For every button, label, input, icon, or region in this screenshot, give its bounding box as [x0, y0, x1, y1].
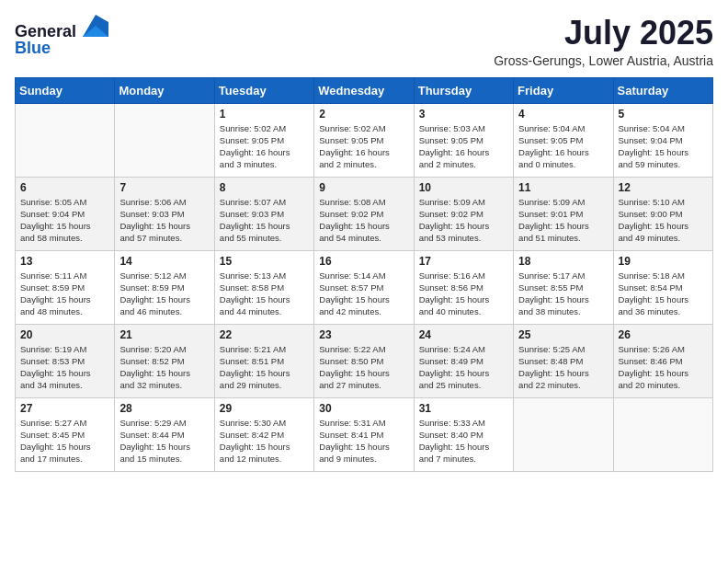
calendar-cell: 24Sunrise: 5:24 AM Sunset: 8:49 PM Dayli… [414, 324, 513, 397]
calendar-cell [613, 397, 712, 471]
day-number: 5 [619, 108, 708, 121]
logo: General Blue [15, 15, 108, 58]
day-number: 26 [619, 328, 708, 341]
day-info: Sunrise: 5:05 AM Sunset: 9:04 PM Dayligh… [20, 196, 109, 245]
day-number: 7 [119, 181, 209, 194]
day-number: 19 [619, 255, 708, 268]
location: Gross-Gerungs, Lower Austria, Austria [494, 53, 713, 68]
day-info: Sunrise: 5:12 AM Sunset: 8:59 PM Dayligh… [119, 270, 209, 318]
logo-icon [83, 15, 108, 37]
day-number: 29 [220, 402, 309, 415]
calendar-cell: 2Sunrise: 5:02 AM Sunset: 9:05 PM Daylig… [314, 103, 414, 177]
calendar-cell: 1Sunrise: 5:02 AM Sunset: 9:05 PM Daylig… [214, 103, 313, 177]
calendar-cell: 13Sunrise: 5:11 AM Sunset: 8:59 PM Dayli… [16, 250, 115, 324]
calendar-cell: 21Sunrise: 5:20 AM Sunset: 8:52 PM Dayli… [115, 324, 214, 397]
day-info: Sunrise: 5:19 AM Sunset: 8:53 PM Dayligh… [20, 343, 109, 392]
day-number: 14 [119, 255, 209, 268]
day-info: Sunrise: 5:02 AM Sunset: 9:05 PM Dayligh… [319, 122, 408, 171]
calendar-cell [16, 103, 115, 177]
day-number: 9 [319, 181, 408, 194]
calendar-cell: 19Sunrise: 5:18 AM Sunset: 8:54 PM Dayli… [613, 250, 712, 324]
calendar-cell: 9Sunrise: 5:08 AM Sunset: 9:02 PM Daylig… [314, 177, 414, 250]
day-info: Sunrise: 5:20 AM Sunset: 8:52 PM Dayligh… [119, 343, 209, 392]
weekday-header-thursday: Thursday [414, 77, 513, 103]
day-number: 6 [20, 181, 109, 194]
weekday-header-wednesday: Wednesday [314, 77, 414, 103]
day-info: Sunrise: 5:04 AM Sunset: 9:05 PM Dayligh… [518, 122, 608, 171]
weekday-header-row: SundayMondayTuesdayWednesdayThursdayFrid… [16, 77, 713, 103]
calendar-cell: 23Sunrise: 5:22 AM Sunset: 8:50 PM Dayli… [314, 324, 414, 397]
calendar-cell: 5Sunrise: 5:04 AM Sunset: 9:04 PM Daylig… [613, 103, 712, 177]
day-number: 27 [20, 402, 109, 415]
calendar-cell: 18Sunrise: 5:17 AM Sunset: 8:55 PM Dayli… [514, 250, 613, 324]
weekday-header-friday: Friday [514, 77, 613, 103]
weekday-header-tuesday: Tuesday [214, 77, 313, 103]
day-info: Sunrise: 5:03 AM Sunset: 9:05 PM Dayligh… [419, 122, 508, 171]
day-number: 17 [419, 255, 508, 268]
calendar-cell: 27Sunrise: 5:27 AM Sunset: 8:45 PM Dayli… [16, 397, 115, 471]
day-number: 15 [220, 255, 309, 268]
day-info: Sunrise: 5:06 AM Sunset: 9:03 PM Dayligh… [119, 196, 209, 245]
page-header: General Blue July 2025 Gross-Gerungs, Lo… [15, 15, 713, 68]
calendar-cell: 20Sunrise: 5:19 AM Sunset: 8:53 PM Dayli… [16, 324, 115, 397]
day-info: Sunrise: 5:25 AM Sunset: 8:48 PM Dayligh… [518, 343, 608, 392]
day-info: Sunrise: 5:16 AM Sunset: 8:56 PM Dayligh… [419, 270, 508, 318]
day-number: 20 [20, 328, 109, 341]
day-number: 23 [319, 328, 408, 341]
day-number: 18 [518, 255, 608, 268]
day-number: 2 [319, 108, 408, 121]
calendar-cell: 4Sunrise: 5:04 AM Sunset: 9:05 PM Daylig… [514, 103, 613, 177]
calendar-cell: 12Sunrise: 5:10 AM Sunset: 9:00 PM Dayli… [613, 177, 712, 250]
calendar-cell: 7Sunrise: 5:06 AM Sunset: 9:03 PM Daylig… [115, 177, 214, 250]
title-block: July 2025 Gross-Gerungs, Lower Austria, … [494, 15, 713, 68]
calendar-cell: 10Sunrise: 5:09 AM Sunset: 9:02 PM Dayli… [414, 177, 513, 250]
day-info: Sunrise: 5:18 AM Sunset: 8:54 PM Dayligh… [619, 270, 708, 318]
calendar-cell: 6Sunrise: 5:05 AM Sunset: 9:04 PM Daylig… [16, 177, 115, 250]
calendar-cell [115, 103, 214, 177]
calendar-cell: 22Sunrise: 5:21 AM Sunset: 8:51 PM Dayli… [214, 324, 313, 397]
day-info: Sunrise: 5:21 AM Sunset: 8:51 PM Dayligh… [220, 343, 309, 392]
calendar-cell: 16Sunrise: 5:14 AM Sunset: 8:57 PM Dayli… [314, 250, 414, 324]
day-number: 11 [518, 181, 608, 194]
day-number: 1 [220, 108, 309, 121]
day-info: Sunrise: 5:10 AM Sunset: 9:00 PM Dayligh… [619, 196, 708, 245]
day-number: 3 [419, 108, 508, 121]
day-info: Sunrise: 5:09 AM Sunset: 9:02 PM Dayligh… [419, 196, 508, 245]
day-number: 25 [518, 328, 608, 341]
calendar-cell: 14Sunrise: 5:12 AM Sunset: 8:59 PM Dayli… [115, 250, 214, 324]
day-info: Sunrise: 5:08 AM Sunset: 9:02 PM Dayligh… [319, 196, 408, 245]
calendar-cell: 15Sunrise: 5:13 AM Sunset: 8:58 PM Dayli… [214, 250, 313, 324]
week-row-2: 6Sunrise: 5:05 AM Sunset: 9:04 PM Daylig… [16, 177, 713, 250]
day-number: 10 [419, 181, 508, 194]
day-number: 28 [119, 402, 209, 415]
calendar-cell: 8Sunrise: 5:07 AM Sunset: 9:03 PM Daylig… [214, 177, 313, 250]
day-info: Sunrise: 5:07 AM Sunset: 9:03 PM Dayligh… [220, 196, 309, 245]
day-info: Sunrise: 5:13 AM Sunset: 8:58 PM Dayligh… [220, 270, 309, 318]
weekday-header-monday: Monday [115, 77, 214, 103]
calendar-cell: 25Sunrise: 5:25 AM Sunset: 8:48 PM Dayli… [514, 324, 613, 397]
day-info: Sunrise: 5:11 AM Sunset: 8:59 PM Dayligh… [20, 270, 109, 318]
day-info: Sunrise: 5:30 AM Sunset: 8:42 PM Dayligh… [220, 417, 309, 465]
day-info: Sunrise: 5:24 AM Sunset: 8:49 PM Dayligh… [419, 343, 508, 392]
week-row-5: 27Sunrise: 5:27 AM Sunset: 8:45 PM Dayli… [16, 397, 713, 471]
calendar-cell: 28Sunrise: 5:29 AM Sunset: 8:44 PM Dayli… [115, 397, 214, 471]
day-info: Sunrise: 5:26 AM Sunset: 8:46 PM Dayligh… [619, 343, 708, 392]
calendar: SundayMondayTuesdayWednesdayThursdayFrid… [15, 77, 713, 472]
calendar-cell: 31Sunrise: 5:33 AM Sunset: 8:40 PM Dayli… [414, 397, 513, 471]
day-number: 21 [119, 328, 209, 341]
calendar-cell: 17Sunrise: 5:16 AM Sunset: 8:56 PM Dayli… [414, 250, 513, 324]
day-number: 12 [619, 181, 708, 194]
calendar-cell: 3Sunrise: 5:03 AM Sunset: 9:05 PM Daylig… [414, 103, 513, 177]
day-info: Sunrise: 5:22 AM Sunset: 8:50 PM Dayligh… [319, 343, 408, 392]
day-number: 24 [419, 328, 508, 341]
day-number: 8 [220, 181, 309, 194]
weekday-header-saturday: Saturday [613, 77, 712, 103]
calendar-cell: 29Sunrise: 5:30 AM Sunset: 8:42 PM Dayli… [214, 397, 313, 471]
week-row-3: 13Sunrise: 5:11 AM Sunset: 8:59 PM Dayli… [16, 250, 713, 324]
weekday-header-sunday: Sunday [16, 77, 115, 103]
calendar-cell [514, 397, 613, 471]
day-number: 30 [319, 402, 408, 415]
calendar-cell: 26Sunrise: 5:26 AM Sunset: 8:46 PM Dayli… [613, 324, 712, 397]
calendar-cell: 11Sunrise: 5:09 AM Sunset: 9:01 PM Dayli… [514, 177, 613, 250]
day-number: 22 [220, 328, 309, 341]
